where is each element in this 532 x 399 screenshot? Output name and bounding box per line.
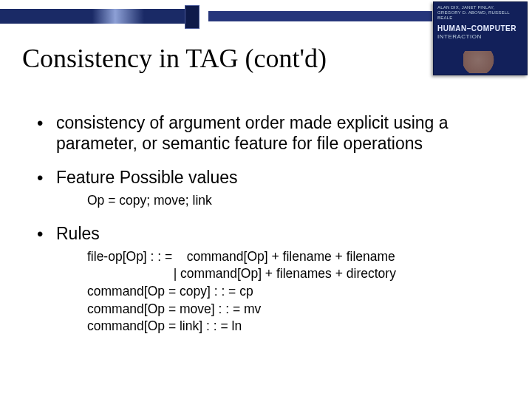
slide-content: consistency of argument order made expli… <box>35 112 502 349</box>
sub-line: command[Op = move] : : = mv <box>87 301 502 318</box>
bullet-list: consistency of argument order made expli… <box>35 112 502 335</box>
header-graphic-stripe <box>208 11 432 21</box>
header-bar: ALAN DIX, JANET FINLAY, GREGORY D. ABOWD… <box>0 0 532 28</box>
slide: ALAN DIX, JANET FINLAY, GREGORY D. ABOWD… <box>0 0 532 399</box>
bullet-item: Rules file-op[Op] : : = command[Op] + fi… <box>35 223 502 335</box>
sub-line: | command[Op] + filenames + directory <box>87 265 502 283</box>
book-subtitle: INTERACTION <box>437 33 523 41</box>
bullet-item: consistency of argument order made expli… <box>35 112 502 154</box>
sub-block: Op = copy; move; link <box>87 192 502 210</box>
bullet-text: Rules <box>56 224 100 243</box>
book-cover: ALAN DIX, JANET FINLAY, GREGORY D. ABOWD… <box>433 1 528 75</box>
slide-title: Consistency in TAG (cont'd) <box>22 43 327 74</box>
sub-line: file-op[Op] : : = command[Op] + filename… <box>87 248 502 266</box>
book-title: HUMAN–COMPUTER <box>437 24 523 33</box>
bullet-item: Feature Possible values Op = copy; move;… <box>35 167 502 210</box>
sub-line: command[Op = link] : : = ln <box>87 318 502 335</box>
book-cover-image <box>463 51 500 73</box>
sub-block: file-op[Op] : : = command[Op] + filename… <box>87 248 502 335</box>
bullet-text: Feature Possible values <box>56 168 237 187</box>
sub-line: Op = copy; move; link <box>87 192 502 210</box>
bullet-text: consistency of argument order made expli… <box>56 113 449 153</box>
book-authors: ALAN DIX, JANET FINLAY, GREGORY D. ABOWD… <box>437 5 523 21</box>
header-graphic-left <box>0 9 193 24</box>
sub-line: command[Op = copy] : : = cp <box>87 283 502 301</box>
